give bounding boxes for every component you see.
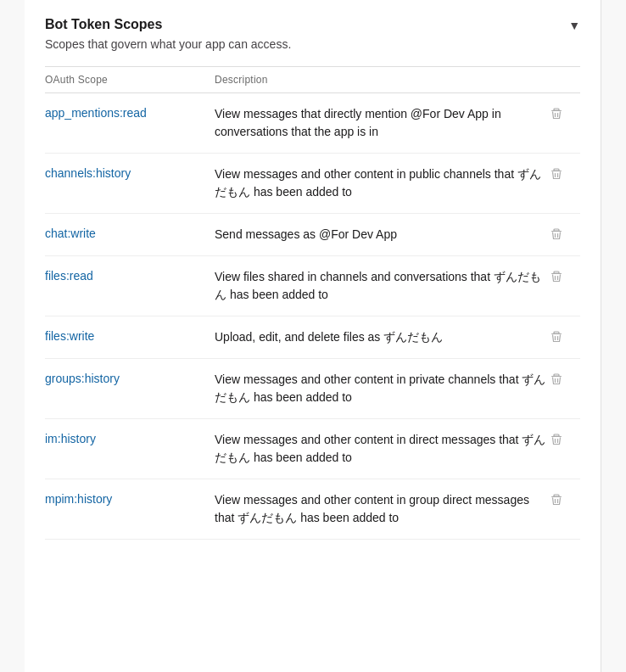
table-header: OAuth Scope Description [45, 67, 580, 93]
table-body: app_mentions:readView messages that dire… [45, 93, 580, 540]
trash-icon [550, 433, 563, 446]
scope-description: View messages and other content in publi… [215, 167, 541, 199]
svg-rect-21 [551, 496, 562, 497]
svg-rect-3 [551, 171, 562, 171]
action-cell [546, 316, 580, 359]
scope-cell: app_mentions:read [45, 93, 215, 154]
main-container: Bot Token Scopes ▼ Scopes that govern wh… [25, 0, 601, 672]
scope-cell: chat:write [45, 214, 215, 256]
delete-scope-button[interactable] [546, 371, 567, 388]
action-cell [546, 256, 580, 316]
trash-icon [550, 107, 563, 120]
description-cell: View files shared in channels and conver… [215, 256, 546, 316]
table-row: files:readView files shared in channels … [45, 256, 580, 316]
table-row: groups:historyView messages and other co… [45, 359, 580, 419]
scope-description: View messages and other content in group… [215, 493, 529, 524]
delete-scope-button[interactable] [546, 491, 567, 508]
trash-icon [550, 270, 563, 283]
scope-link[interactable]: mpim:history [45, 492, 112, 506]
delete-scope-button[interactable] [546, 431, 567, 448]
description-cell: View messages that directly mention @For… [215, 93, 546, 154]
description-cell: View messages and other content in direc… [215, 419, 546, 479]
delete-scope-button[interactable] [546, 226, 567, 243]
scope-cell: files:read [45, 256, 215, 316]
scope-description: View messages and other content in direc… [215, 433, 545, 464]
delete-scope-button[interactable] [546, 268, 567, 285]
svg-rect-9 [551, 273, 562, 274]
scope-link[interactable]: app_mentions:read [45, 106, 147, 120]
svg-rect-0 [551, 110, 562, 111]
scope-cell: groups:history [45, 359, 215, 419]
scope-link[interactable]: files:read [45, 269, 93, 283]
svg-rect-15 [551, 376, 562, 377]
action-cell [546, 93, 580, 154]
scope-description: View messages that directly mention @For… [215, 107, 501, 138]
table-row: mpim:historyView messages and other cont… [45, 479, 580, 540]
scope-description: View files shared in channels and conver… [215, 270, 541, 301]
action-cell [546, 419, 580, 479]
delete-scope-button[interactable] [546, 328, 567, 345]
description-cell: View messages and other content in publi… [215, 154, 546, 214]
scope-cell: im:history [45, 419, 215, 479]
table-row: channels:historyView messages and other … [45, 154, 580, 214]
action-cell [546, 154, 580, 214]
scope-description: Send messages as @For Dev App [215, 227, 407, 241]
action-cell [546, 214, 580, 256]
trash-icon [550, 227, 563, 241]
scope-cell: channels:history [45, 154, 215, 214]
table-row: chat:writeSend messages as @For Dev App [45, 214, 580, 256]
trash-icon [550, 330, 563, 344]
header-description: Description [215, 67, 546, 93]
trash-icon [550, 493, 563, 507]
header-action [546, 67, 580, 93]
scope-cell: mpim:history [45, 479, 215, 540]
section-title: Bot Token Scopes [45, 17, 162, 32]
scope-description: Upload, edit, and delete files as ずんだもん [215, 330, 453, 344]
action-cell [546, 359, 580, 419]
trash-icon [550, 167, 563, 181]
svg-rect-18 [551, 436, 562, 437]
scopes-table: OAuth Scope Description app_mentions:rea… [45, 66, 580, 540]
description-cell: View messages and other content in group… [215, 479, 546, 540]
table-row: files:writeUpload, edit, and delete file… [45, 316, 580, 359]
section-subtitle: Scopes that govern what your app can acc… [45, 37, 580, 51]
table-row: im:historyView messages and other conten… [45, 419, 580, 479]
delete-scope-button[interactable] [546, 165, 567, 182]
trash-icon [550, 372, 563, 386]
scope-link[interactable]: chat:write [45, 227, 96, 240]
scope-description: View messages and other content in priva… [215, 372, 545, 404]
description-cell: View messages and other content in priva… [215, 359, 546, 419]
action-cell [546, 479, 580, 540]
chevron-down-icon[interactable]: ▼ [568, 19, 580, 32]
svg-rect-12 [551, 333, 562, 334]
table-row: app_mentions:readView messages that dire… [45, 93, 580, 154]
scope-link[interactable]: files:write [45, 329, 94, 343]
scope-link[interactable]: im:history [45, 432, 96, 445]
scope-link[interactable]: channels:history [45, 166, 131, 180]
svg-rect-6 [551, 231, 562, 232]
scope-link[interactable]: groups:history [45, 372, 120, 385]
scope-cell: files:write [45, 316, 215, 359]
description-cell: Upload, edit, and delete files as ずんだもん [215, 316, 546, 359]
section-header: Bot Token Scopes ▼ [45, 17, 580, 32]
header-scope: OAuth Scope [45, 67, 215, 93]
delete-scope-button[interactable] [546, 105, 567, 122]
description-cell: Send messages as @For Dev App [215, 214, 546, 256]
